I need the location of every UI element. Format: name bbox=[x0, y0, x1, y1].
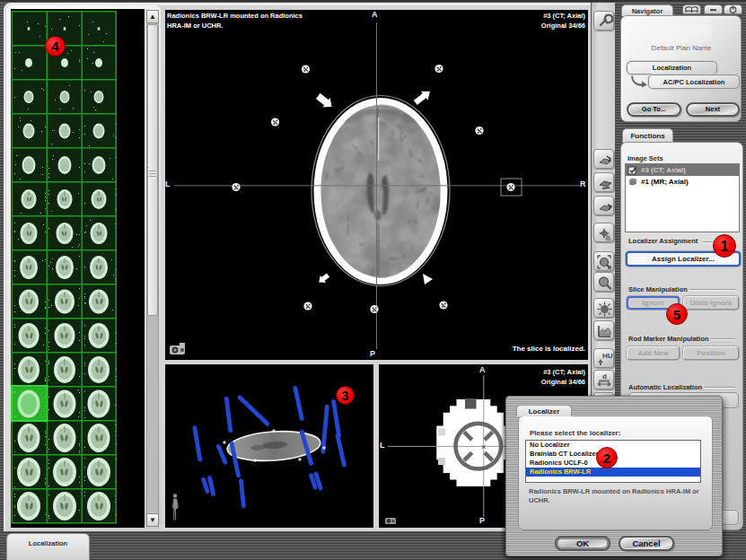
svg-text:d: d bbox=[602, 372, 607, 381]
svg-text:HU: HU bbox=[602, 352, 613, 360]
